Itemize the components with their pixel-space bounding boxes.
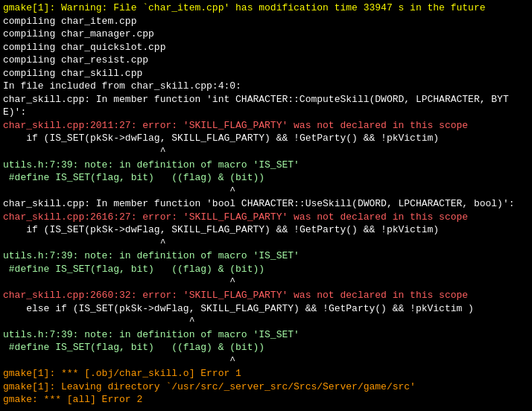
terminal-line: In file included from char_skill.cpp:4:0… bbox=[3, 80, 529, 93]
terminal-line: gmake[1]: Leaving directory `/usr/src/_s… bbox=[3, 380, 529, 394]
terminal-line: char_skill.cpp:2011:27: error: 'SKILL_FL… bbox=[3, 119, 529, 133]
terminal-line: #define IS_SET(flag, bit) ((flag) & (bit… bbox=[3, 171, 529, 185]
terminal-line: gmake: *** [all] Error 2 bbox=[3, 393, 529, 407]
terminal-line: char_skill.cpp: In member function 'bool… bbox=[3, 197, 529, 211]
terminal-line: utils.h:7:39: note: in definition of mac… bbox=[3, 249, 529, 263]
terminal-line: else if (IS_SET(pkSk->dwFlag, SKILL_FLAG… bbox=[3, 302, 529, 316]
terminal-line: utils.h:7:39: note: in definition of mac… bbox=[3, 328, 529, 342]
prompt-line: root@host:/usr/src/_server_src/Srcs/Serv… bbox=[3, 407, 529, 411]
terminal-line: ^ bbox=[3, 237, 529, 250]
terminal-line: gmake[1]: Warning: File `char_item.cpp' … bbox=[3, 1, 529, 15]
terminal-line: compiling char_skill.cpp bbox=[3, 67, 529, 80]
terminal-line: if (IS_SET(pkSk->dwFlag, SKILL_FLAG_PART… bbox=[3, 132, 529, 145]
terminal-line: ^ bbox=[3, 315, 529, 328]
terminal-line: char_skill.cpp:2616:27: error: 'SKILL_FL… bbox=[3, 211, 529, 224]
terminal-line: ^ bbox=[3, 145, 529, 159]
terminal-line: compiling char_quickslot.cpp bbox=[3, 41, 529, 54]
terminal-line: ^ bbox=[3, 185, 529, 198]
terminal-line: ^ bbox=[3, 275, 529, 289]
terminal-line: #define IS_SET(flag, bit) ((flag) & (bit… bbox=[3, 263, 529, 276]
terminal-line: compiling char_resist.cpp bbox=[3, 54, 529, 67]
terminal-line: char_skill.cpp:2660:32: error: 'SKILL_FL… bbox=[3, 289, 529, 302]
terminal-line: if (IS_SET(pkSk->dwFlag, SKILL_FLAG_PART… bbox=[3, 223, 529, 237]
terminal-line: gmake[1]: *** [.obj/char_skill.o] Error … bbox=[3, 367, 529, 380]
terminal-line: compiling char_item.cpp bbox=[3, 15, 529, 28]
terminal-line: compiling char_manager.cpp bbox=[3, 28, 529, 41]
terminal-line: char_skill.cpp: In member function 'int … bbox=[3, 93, 529, 119]
terminal-line: ^ bbox=[3, 354, 529, 368]
terminal-line: utils.h:7:39: note: in definition of mac… bbox=[3, 159, 529, 172]
terminal: gmake[1]: Warning: File `char_item.cpp' … bbox=[0, 0, 532, 411]
terminal-line: #define IS_SET(flag, bit) ((flag) & (bit… bbox=[3, 341, 529, 354]
